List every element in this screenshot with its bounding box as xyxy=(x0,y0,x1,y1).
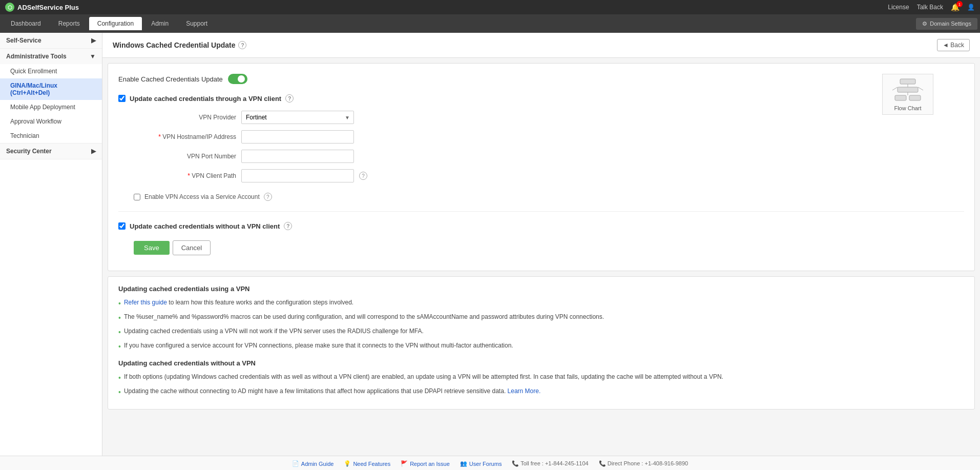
vpn-provider-select[interactable]: Fortinet Cisco AnyConnect Pulse Secure G… xyxy=(241,111,354,124)
sidebar-section-admin-tools: Administrative Tools ▼ Quick Enrollment … xyxy=(0,49,102,144)
tab-configuration[interactable]: Configuration xyxy=(89,17,142,30)
sidebar-item-approval-workflow[interactable]: Approval Workflow xyxy=(0,114,102,129)
chevron-down-icon: ▼ xyxy=(90,53,96,60)
sidebar-item-gina-mac[interactable]: GINA/Mac/Linux (Ctrl+Alt+Del) xyxy=(0,78,102,100)
section2-help-icon[interactable]: ? xyxy=(284,222,292,230)
user-icon[interactable]: 👤 xyxy=(967,4,975,11)
domain-settings-button[interactable]: ⚙ Domain Settings xyxy=(916,18,977,30)
page-header: Windows Cached Credential Update ? ◄ Bac… xyxy=(102,33,980,58)
info-item-4: • If you have configured a service accou… xyxy=(118,341,964,352)
learn-more-link[interactable]: Learn More. xyxy=(508,387,541,395)
enable-toggle-label: Enable Cached Credentials Update xyxy=(118,75,223,83)
tab-reports[interactable]: Reports xyxy=(50,17,88,30)
flow-chart-container[interactable]: Flow Chart xyxy=(882,74,954,115)
bullet-icon: • xyxy=(118,298,121,309)
save-button[interactable]: Save xyxy=(134,241,170,255)
sidebar-item-mobile-app[interactable]: Mobile App Deployment xyxy=(0,100,102,114)
vpn-port-input[interactable] xyxy=(241,150,354,163)
main-content: Windows Cached Credential Update ? ◄ Bac… xyxy=(102,33,980,456)
svg-line-7 xyxy=(918,87,923,90)
main-layout: Self-Service ▶ Administrative Tools ▼ Qu… xyxy=(0,33,980,456)
sidebar-self-service-header[interactable]: Self-Service ▶ xyxy=(0,33,102,48)
info-item-6: • Updating the cache without connecting … xyxy=(118,386,964,398)
enable-cached-toggle[interactable] xyxy=(228,74,247,84)
footer-need-features[interactable]: 💡 Need Features xyxy=(344,460,390,467)
info-item-2: • The %user_name% and %password% macros … xyxy=(118,312,964,323)
svg-rect-2 xyxy=(898,87,918,92)
flow-chart-box[interactable]: Flow Chart xyxy=(882,74,933,115)
vpn-port-row: VPN Port Number xyxy=(134,150,964,163)
footer-toll-free: 📞 Toll free : +1-844-245-1104 xyxy=(512,460,588,467)
tab-dashboard[interactable]: Dashboard xyxy=(3,17,49,30)
notification-bell[interactable]: 🔔 1 xyxy=(951,3,960,11)
page-help-icon[interactable]: ? xyxy=(238,41,246,49)
toggle-slider xyxy=(228,74,247,84)
required-asterisk2: * xyxy=(187,172,190,179)
svg-rect-5 xyxy=(909,95,921,100)
top-bar: ⬡ ADSelfService Plus License Talk Back 🔔… xyxy=(0,0,980,14)
section1-help-icon[interactable]: ? xyxy=(285,94,294,103)
phone-icon: 📞 xyxy=(512,460,519,466)
gear-icon: ⚙ xyxy=(922,21,927,27)
idea-icon: 💡 xyxy=(344,460,351,467)
bullet-icon6: • xyxy=(118,387,121,398)
vpn-provider-label: VPN Provider xyxy=(134,114,236,121)
service-account-label: Enable VPN Access via a Service Account xyxy=(144,193,260,200)
footer-direct-phone: 📞 Direct Phone : +1-408-916-9890 xyxy=(599,460,689,467)
logo-icon: ⬡ xyxy=(5,3,14,12)
bullet-icon2: • xyxy=(118,313,121,323)
service-account-checkbox[interactable] xyxy=(134,194,140,200)
back-button[interactable]: ◄ Back xyxy=(937,39,970,51)
tab-support[interactable]: Support xyxy=(178,17,216,30)
app-logo: ⬡ ADSelfService Plus xyxy=(5,3,79,12)
vpn-provider-select-wrap: Fortinet Cisco AnyConnect Pulse Secure G… xyxy=(241,111,354,124)
sidebar-admin-tools-header[interactable]: Administrative Tools ▼ xyxy=(0,49,102,64)
footer-report-issue[interactable]: 🚩 Report an Issue xyxy=(401,460,450,467)
info-heading2: Updating cached credentials without a VP… xyxy=(118,359,964,367)
footer-user-forums[interactable]: 👥 User Forums xyxy=(460,460,502,467)
bullet-icon5: • xyxy=(118,373,121,383)
nav-tabs: Dashboard Reports Configuration Admin Su… xyxy=(0,14,980,33)
section1-header: Update cached credentials through a VPN … xyxy=(118,94,882,103)
top-bar-right: License Talk Back 🔔 1 👤 xyxy=(888,3,975,11)
cancel-button[interactable]: Cancel xyxy=(173,240,211,255)
vpn-client-path-help-icon[interactable]: ? xyxy=(359,172,367,180)
sidebar-section-self-service: Self-Service ▶ xyxy=(0,33,102,49)
form-divider xyxy=(118,211,964,212)
users-icon: 👥 xyxy=(460,460,467,467)
phone-icon2: 📞 xyxy=(599,460,606,466)
vpn-provider-row: VPN Provider Fortinet Cisco AnyConnect P… xyxy=(134,111,882,124)
refer-guide-link[interactable]: Refer this guide xyxy=(124,299,167,306)
info-item-3: • Updating cached credentials using a VP… xyxy=(118,326,964,338)
sidebar: Self-Service ▶ Administrative Tools ▼ Qu… xyxy=(0,33,102,456)
info-heading1: Updating cached credentials using a VPN xyxy=(118,285,964,293)
svg-rect-4 xyxy=(895,95,906,100)
flag-icon: 🚩 xyxy=(401,460,408,467)
sidebar-security-center-label: Security Center xyxy=(6,148,52,155)
section2-label: Update cached credentials without a VPN … xyxy=(130,222,280,230)
enable-toggle-row: Enable Cached Credentials Update xyxy=(118,74,882,84)
sidebar-security-center-header[interactable]: Security Center ▶ xyxy=(0,144,102,159)
vpn-port-label: VPN Port Number xyxy=(134,153,236,160)
flow-chart-label: Flow Chart xyxy=(894,105,921,111)
talk-back-link[interactable]: Talk Back xyxy=(917,4,943,11)
svg-rect-0 xyxy=(900,79,915,84)
sidebar-section-security-center: Security Center ▶ xyxy=(0,144,102,159)
service-account-help-icon[interactable]: ? xyxy=(264,193,272,201)
footer-admin-guide[interactable]: 📄 Admin Guide xyxy=(292,460,334,467)
section1-label: Update cached credentials through a VPN … xyxy=(130,95,281,103)
tab-admin[interactable]: Admin xyxy=(143,17,177,30)
no-vpn-checkbox[interactable] xyxy=(118,222,126,230)
info-item-5: • If both options (updating Windows cach… xyxy=(118,372,964,383)
license-link[interactable]: License xyxy=(888,4,909,11)
bullet-icon3: • xyxy=(118,327,121,338)
vpn-client-path-input[interactable] xyxy=(241,169,354,182)
vpn-form-fields: VPN Provider Fortinet Cisco AnyConnect P… xyxy=(134,111,964,182)
vpn-hostname-input[interactable] xyxy=(241,130,354,144)
sidebar-item-quick-enrollment[interactable]: Quick Enrollment xyxy=(0,64,102,78)
vpn-client-checkbox[interactable] xyxy=(118,95,126,102)
page-title-area: Windows Cached Credential Update ? xyxy=(113,41,246,49)
form-area: Flow Chart Enable Cached Credentials Upd… xyxy=(108,63,975,271)
footer: 📄 Admin Guide 💡 Need Features 🚩 Report a… xyxy=(0,456,980,470)
sidebar-item-technician[interactable]: Technician xyxy=(0,129,102,143)
